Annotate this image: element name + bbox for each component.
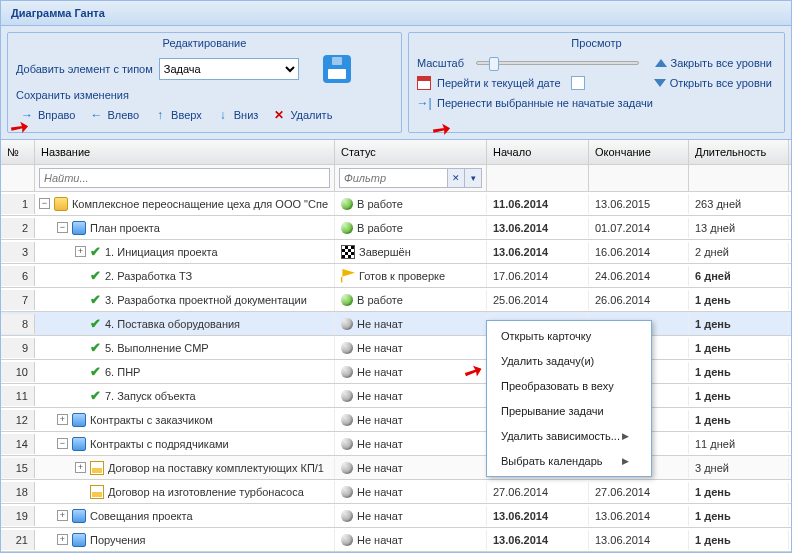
check-icon: ✔ [90,292,101,307]
ctx-interrupt[interactable]: Прерывание задачи [490,399,648,423]
collapse-icon[interactable]: − [57,222,68,233]
check-icon: ✔ [90,364,101,379]
goto-today-button[interactable]: Перейти к текущей дате [437,75,565,91]
col-duration[interactable]: Длительность [689,140,789,164]
delete-x-icon: ✕ [272,108,286,122]
expand-icon[interactable]: + [57,414,68,425]
check-icon: ✔ [90,316,101,331]
table-row[interactable]: 3+✔1. Инициация проектаЗавершён13.06.201… [1,240,791,264]
table-row[interactable]: 6✔2. Разработка ТЗГотов к проверке17.06.… [1,264,791,288]
cell-name[interactable]: ✔6. ПНР [35,360,335,383]
scale-label: Масштаб [417,57,464,69]
expand-icon[interactable]: + [57,510,68,521]
cell-name[interactable]: ✔2. Разработка ТЗ [35,264,335,287]
cell-name[interactable]: −План проекта [35,217,335,239]
expand-icon[interactable]: + [57,534,68,545]
collapse-icon[interactable]: − [57,438,68,449]
col-status[interactable]: Статус [335,140,487,164]
cell-name[interactable]: Договор на изготовление турбонасоса [35,481,335,503]
cell-name[interactable]: −Комплексное переоснащение цеха для ООО … [35,193,335,215]
indent-right-button[interactable]: →Вправо [16,106,79,124]
col-num[interactable]: № [1,140,35,164]
table-row[interactable]: 11✔7. Запуск объектаНе начат141 день [1,384,791,408]
cell-duration: 1 день [689,530,789,550]
ctx-open-card[interactable]: Открыть карточку [490,324,648,348]
table-row[interactable]: 14−Контракты с подрядчикамиНе начат1411 … [1,432,791,456]
cell-name[interactable]: +Совещания проекта [35,505,335,527]
document-icon [90,461,104,475]
status-filter-dropdown[interactable]: ▾ [465,168,482,188]
table-row[interactable]: 7✔3. Разработка проектной документацииВ … [1,288,791,312]
ctx-delete-task[interactable]: Удалить задачу(и) [490,349,648,373]
table-row[interactable]: 19+Совещания проектаНе начат13.06.201413… [1,504,791,528]
status-filter-clear[interactable]: ✕ [448,168,465,188]
col-start[interactable]: Начало [487,140,589,164]
table-row[interactable]: 21+ПорученияНе начат13.06.201413.06.2014… [1,528,791,552]
slider-knob[interactable] [489,57,499,71]
col-name[interactable]: Название [35,140,335,164]
cell-name[interactable]: +✔1. Инициация проекта [35,240,335,263]
view-group: Просмотр Масштаб Закрыть все уровни Пере… [408,32,785,133]
table-row[interactable]: 1−Комплексное переоснащение цеха для ООО… [1,192,791,216]
table-row[interactable]: 18Договор на изготовление турбонасосаНе … [1,480,791,504]
status-grey-icon [341,342,353,354]
arrow-down-icon: ↓ [216,108,230,122]
cell-name[interactable]: +Контракты с заказчиком [35,409,335,431]
cell-status: Не начат [335,434,487,454]
cell-num: 11 [1,386,35,406]
collapse-all-button[interactable]: Закрыть все уровни [651,55,777,71]
cell-end: 26.06.2014 [589,290,689,310]
cell-name[interactable]: ✔7. Запуск объекта [35,384,335,407]
task-name: Контракты с заказчиком [90,414,213,426]
goto-today-checkbox[interactable] [571,76,585,90]
grid-header: № Название Статус Начало Окончание Длите… [1,140,791,165]
expand-icon[interactable]: + [75,246,86,257]
move-down-button[interactable]: ↓Вниз [212,106,263,124]
cell-duration: 3 дней [689,458,789,478]
expand-all-button[interactable]: Открыть все уровни [650,75,776,91]
move-up-button[interactable]: ↑Вверх [149,106,206,124]
expand-icon[interactable]: + [75,462,86,473]
folder-blue-icon [72,437,86,451]
name-filter-input[interactable] [39,168,330,188]
table-row[interactable]: 15+Договор на поставку комплектующих КП/… [1,456,791,480]
cell-name[interactable]: ✔3. Разработка проектной документации [35,288,335,311]
element-type-select[interactable]: Задача [159,58,299,80]
ctx-to-milestone[interactable]: Преобразовать в веху [490,374,648,398]
cell-status: В работе [335,290,487,310]
move-unstarted-button[interactable]: Перенести выбранные не начатые задачи [437,95,657,111]
save-icon[interactable] [323,55,351,83]
cell-end: 13.06.2014 [589,530,689,550]
task-name: Комплексное переоснащение цеха для ООО "… [72,198,328,210]
task-name: 4. Поставка оборудования [105,318,240,330]
table-row[interactable]: 12+Контракты с заказчикомНе начат141 ден… [1,408,791,432]
delete-button[interactable]: ✕Удалить [268,106,336,124]
save-button[interactable]: Сохранить изменения [16,89,129,102]
context-menu: Открыть карточку Удалить задачу(и) Преоб… [486,320,652,477]
folder-blue-icon [72,509,86,523]
status-grey-icon [341,534,353,546]
cell-start: 25.06.2014 [487,290,589,310]
cell-name[interactable]: −Контракты с подрядчиками [35,433,335,455]
indent-left-button[interactable]: ←Влево [85,106,143,124]
cell-name[interactable]: ✔4. Поставка оборудования [35,312,335,335]
collapse-icon[interactable]: − [39,198,50,209]
col-end[interactable]: Окончание [589,140,689,164]
table-row[interactable]: 8✔4. Поставка оборудованияНе начат26.06.… [1,312,791,336]
cell-duration: 1 день [689,482,789,502]
table-row[interactable]: 2−План проектаВ работе13.06.201401.07.20… [1,216,791,240]
cell-end: 24.06.2014 [589,266,689,286]
cell-name[interactable]: +Поручения [35,529,335,551]
table-row[interactable]: 9✔5. Выполнение СМРНе начат141 день [1,336,791,360]
ctx-calendar[interactable]: Выбрать календарь▶ [490,449,648,473]
cell-start: 13.06.2014 [487,506,589,526]
cell-name[interactable]: ✔5. Выполнение СМР [35,336,335,359]
ctx-remove-dep[interactable]: Удалить зависимость...▶ [490,424,648,448]
status-filter-input[interactable] [339,168,448,188]
scale-slider[interactable] [476,61,638,65]
table-row[interactable]: 10✔6. ПНРНе начат141 день [1,360,791,384]
grid-filter-row: ✕ ▾ [1,165,791,192]
task-name: Договор на изготовление турбонасоса [108,486,304,498]
cell-name[interactable]: +Договор на поставку комплектующих КП/1 [35,457,335,479]
editing-group: Редактирование Добавить элемент с типом … [7,32,402,133]
